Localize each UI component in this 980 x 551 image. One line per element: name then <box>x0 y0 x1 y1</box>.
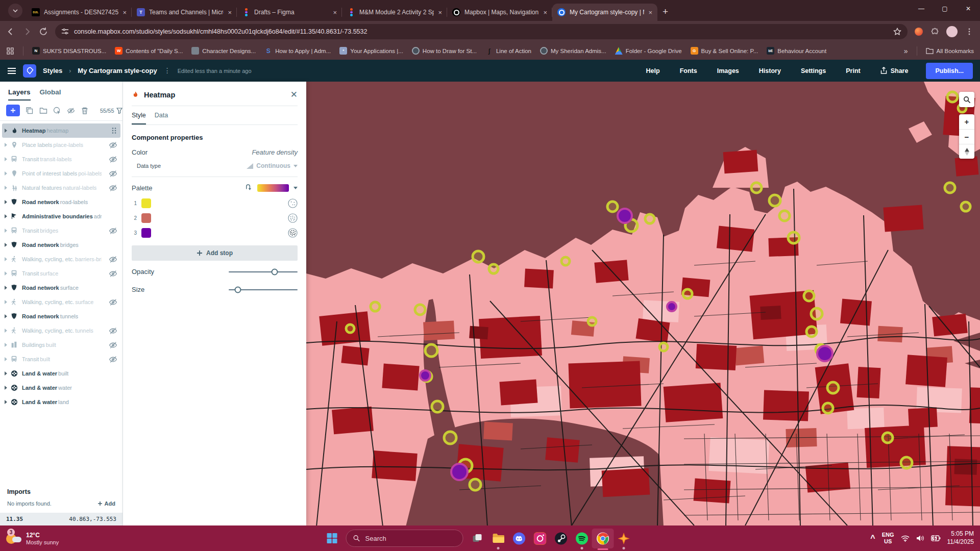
size-slider-knob[interactable] <box>234 286 241 293</box>
palette-gradient-swatch[interactable] <box>257 184 289 192</box>
bookmark-item[interactable]: bE Behaviour Account <box>767 47 826 55</box>
style-menu-kebab[interactable]: ⋮ <box>164 69 171 72</box>
hamburger-menu-icon[interactable] <box>7 67 16 74</box>
expand-caret-icon[interactable] <box>5 200 7 204</box>
layer-row[interactable]: Road networkroad-labels <box>0 195 122 209</box>
toggle-visibility-icon[interactable] <box>67 107 75 115</box>
color-property-row[interactable]: Color Feature density <box>132 144 298 160</box>
steam-button[interactable] <box>554 532 568 545</box>
zoom-in-button[interactable]: + <box>959 114 974 129</box>
bookmark-item[interactable]: Folder - Google Drive <box>615 47 682 55</box>
nav-history[interactable]: History <box>759 67 781 74</box>
layer-row[interactable]: Administrative boundariesadmin <box>0 209 122 223</box>
bookmark-item[interactable]: G Buy & Sell Online: P... <box>691 47 758 55</box>
layer-row[interactable]: Land & waterland <box>0 395 122 409</box>
hidden-eye-icon[interactable] <box>109 255 117 264</box>
task-view-button[interactable] <box>471 532 484 545</box>
hidden-eye-icon[interactable] <box>109 155 117 164</box>
hidden-eye-icon[interactable] <box>109 341 117 349</box>
bookmark-item[interactable]: My Sheridan Admis... <box>540 47 606 55</box>
drag-handle-icon[interactable] <box>111 127 117 134</box>
expand-caret-icon[interactable] <box>5 329 7 333</box>
expand-caret-icon[interactable] <box>5 257 7 261</box>
layer-row[interactable]: Transitbridges <box>0 223 122 238</box>
nav-fonts[interactable]: Fonts <box>680 67 697 74</box>
expand-caret-icon[interactable] <box>5 386 7 390</box>
share-button[interactable]: Share <box>880 67 909 74</box>
tab-search-button[interactable] <box>8 4 22 18</box>
browser-tab[interactable]: Mapbox | Maps, Navigation, Sea × <box>447 4 552 21</box>
expand-caret-icon[interactable] <box>5 229 7 233</box>
spotify-button[interactable] <box>575 532 589 545</box>
file-explorer-button[interactable] <box>492 532 505 545</box>
hidden-eye-icon[interactable] <box>109 327 117 335</box>
browser-menu-icon[interactable] <box>965 27 974 36</box>
hidden-eye-icon[interactable] <box>109 184 117 192</box>
volume-icon[interactable] <box>916 535 924 542</box>
layer-row[interactable]: Transitbuilt <box>0 352 122 366</box>
expand-caret-icon[interactable] <box>5 186 7 190</box>
tab-layers[interactable]: Layers <box>8 88 31 101</box>
layer-row[interactable]: Transitsurface <box>0 266 122 281</box>
layer-row[interactable]: Natural featuresnatural-labels <box>0 181 122 195</box>
layer-row[interactable]: Walking, cycling, etc.surface <box>0 295 122 309</box>
stop-color-swatch[interactable] <box>141 198 151 208</box>
all-bookmarks-button[interactable]: All Bookmarks <box>926 47 974 54</box>
url-text[interactable]: console.mapbox.com/studio/styles/sodsukh… <box>74 28 888 35</box>
expand-caret-icon[interactable] <box>5 143 7 147</box>
expand-caret-icon[interactable] <box>5 286 7 290</box>
breadcrumb-styles[interactable]: Styles <box>43 67 62 74</box>
tray-expand-caret[interactable]: ^ <box>870 534 875 543</box>
layer-row[interactable]: Land & waterbuilt <box>0 366 122 381</box>
layer-row[interactable]: Road networktunnels <box>0 309 122 323</box>
delete-layer-icon[interactable] <box>81 107 89 115</box>
apps-grid-icon[interactable] <box>6 47 14 55</box>
expand-caret-icon[interactable] <box>5 214 7 218</box>
discord-button[interactable] <box>512 532 526 545</box>
duplicate-icon[interactable] <box>26 107 34 115</box>
add-stop-button[interactable]: Add stop <box>132 245 298 261</box>
bookmark-item[interactable]: ʃ Line of Action <box>485 47 531 55</box>
tab-close-icon[interactable]: × <box>228 9 232 16</box>
weather-widget[interactable]: 3 12°C Mostly sunny <box>5 525 59 551</box>
expand-caret-icon[interactable] <box>5 157 7 161</box>
layer-row[interactable]: Road networkbridges <box>0 238 122 252</box>
bookmark-item[interactable]: N SUKI'S DISASTROUS... <box>32 47 106 55</box>
tab-global[interactable]: Global <box>40 88 61 101</box>
browser-tab[interactable]: My Cartogram style-copy | Map × <box>552 4 657 21</box>
adblock-extension-icon[interactable] <box>915 28 923 36</box>
tab-style[interactable]: Style <box>132 106 146 124</box>
expand-caret-icon[interactable] <box>5 357 7 361</box>
tab-close-icon[interactable]: × <box>438 9 442 16</box>
window-minimize-button[interactable]: — <box>910 0 933 17</box>
reload-icon[interactable] <box>39 27 48 36</box>
filter-funnel-icon[interactable] <box>116 108 122 114</box>
layer-row[interactable]: Heatmapheatmap <box>2 123 120 138</box>
browser-tab[interactable]: Drafts – Figma × <box>237 4 342 21</box>
forward-icon[interactable] <box>22 27 32 36</box>
expand-caret-icon[interactable] <box>5 371 7 375</box>
wifi-icon[interactable] <box>901 535 910 542</box>
layer-row[interactable]: Walking, cycling, etc.barriers-bridg <box>0 252 122 266</box>
browser-tab[interactable]: D2L Assignments - DESN27425 Inter × <box>27 4 132 21</box>
tab-close-icon[interactable]: × <box>648 9 652 16</box>
layer-row[interactable]: Point of interest labelspoi-labels <box>0 166 122 181</box>
hidden-eye-icon[interactable] <box>109 269 117 278</box>
battery-icon[interactable] <box>931 535 941 541</box>
back-icon[interactable] <box>6 27 15 36</box>
hidden-eye-icon[interactable] <box>109 355 117 364</box>
expand-caret-icon[interactable] <box>5 129 7 133</box>
group-folder-icon[interactable] <box>39 107 47 115</box>
chrome-button[interactable] <box>596 532 610 545</box>
tab-close-icon[interactable]: × <box>333 9 337 16</box>
clock[interactable]: 5:05 PM 11/4/2025 <box>947 530 974 546</box>
profile-avatar[interactable] <box>946 26 958 37</box>
bookmark-item[interactable]: W Contents of "Daily S... <box>115 47 183 55</box>
stop-color-swatch[interactable] <box>141 228 151 238</box>
layer-row[interactable]: Transittransit-labels <box>0 152 122 166</box>
expand-caret-icon[interactable] <box>5 300 7 304</box>
tab-close-icon[interactable]: × <box>122 9 127 16</box>
tab-data[interactable]: Data <box>155 106 168 124</box>
bookmark-item[interactable]: Character Designs... <box>191 47 256 55</box>
hidden-eye-icon[interactable] <box>109 169 117 178</box>
